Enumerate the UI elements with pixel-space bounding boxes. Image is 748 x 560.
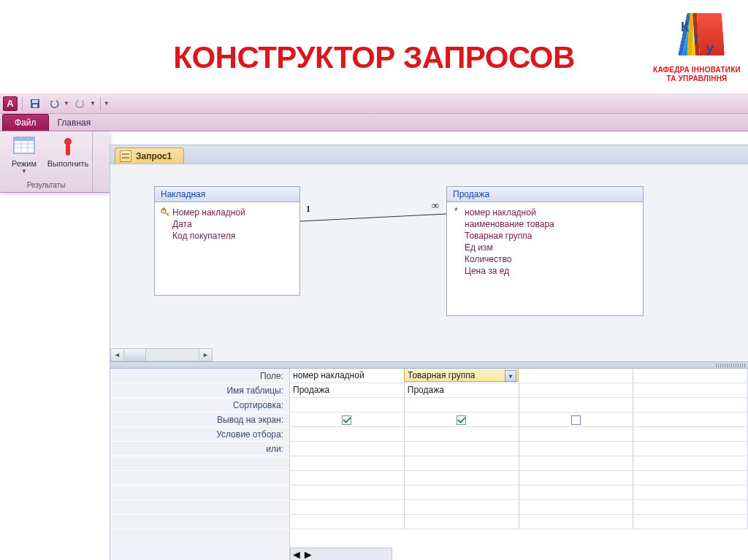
relation-one-label: 1 — [306, 204, 310, 213]
svg-rect-4 — [14, 137, 34, 141]
svg-rect-2 — [33, 104, 37, 107]
query-grid: Поле: Имя таблицы: Сортировка: Вывод на … — [110, 369, 748, 560]
tab-home[interactable]: Главная — [49, 115, 100, 131]
scroll-right-icon[interactable]: ► — [302, 548, 314, 560]
svg-rect-1 — [32, 100, 38, 103]
slide-title: КОНСТРУКТОР ЗАПРОСОВ — [0, 40, 748, 75]
field-cell[interactable] — [633, 369, 748, 383]
app-badge[interactable]: A — [3, 96, 18, 111]
grid-columns: номер накладной Товарная группа ▼ Продаж… — [290, 369, 748, 560]
redo-dropdown-icon[interactable]: ▼ — [90, 100, 96, 107]
dropdown-icon[interactable]: ▼ — [505, 370, 516, 382]
label-show: Вывод на экран: — [110, 413, 289, 427]
field-kolichestvo[interactable]: Количество — [451, 253, 638, 265]
show-cell[interactable] — [633, 413, 748, 426]
group-results: Режим ▼ Выполнить Результаты — [0, 131, 93, 192]
or-cell[interactable] — [405, 442, 519, 456]
group-label-results: Результаты — [27, 181, 66, 191]
run-icon — [56, 134, 80, 158]
label-table: Имя таблицы: — [110, 383, 289, 398]
sort-cell[interactable] — [519, 398, 634, 412]
document-area: Запрос1 Накладная * Номер накладной Дата… — [110, 145, 748, 560]
label-criteria: Условие отбора: — [110, 427, 289, 442]
view-mode-button[interactable]: Режим ▼ — [3, 133, 45, 174]
field-cell[interactable]: номер накладной — [290, 369, 405, 383]
field-nomer-nakladnoy[interactable]: номер накладной — [451, 207, 638, 218]
scroll-left-icon[interactable]: ◄ — [291, 548, 302, 560]
field-nomer-nakladnoy[interactable]: Номер накладной — [159, 207, 295, 218]
pane-splitter[interactable] — [110, 361, 748, 369]
design-pane[interactable]: Накладная * Номер накладной Дата Код пок… — [110, 164, 748, 361]
criteria-cell[interactable] — [405, 427, 519, 441]
table-cell[interactable] — [519, 383, 634, 397]
splitter-grip-icon — [716, 364, 745, 367]
undo-dropdown-icon[interactable]: ▼ — [64, 100, 69, 107]
access-window: A ▼ ▼ ▼ Файл Главная — [0, 93, 748, 560]
logo-caption: КАФЕДРА ІННОВАТИКИ ТА УПРАВЛІННЯ — [653, 66, 741, 83]
table-cell[interactable] — [633, 383, 748, 397]
field-cell[interactable] — [519, 369, 633, 383]
table-cell[interactable]: Продажа — [405, 383, 519, 397]
query-icon — [120, 150, 131, 162]
or-cell[interactable] — [290, 442, 405, 456]
svg-line-13 — [300, 214, 446, 221]
or-cell[interactable] — [633, 442, 748, 456]
show-cell[interactable] — [519, 413, 634, 426]
criteria-cell[interactable] — [519, 427, 634, 441]
redo-icon[interactable] — [72, 96, 88, 112]
scroll-right-icon[interactable]: ► — [199, 349, 212, 361]
relation-line — [300, 208, 446, 230]
field-data[interactable]: Дата — [159, 218, 295, 230]
label-field: Поле: — [110, 369, 289, 383]
run-button[interactable]: Выполнить — [47, 133, 89, 174]
or-cell[interactable] — [519, 442, 634, 456]
table-header-nakladnaya: Накладная — [155, 187, 299, 202]
primary-key-icon — [161, 208, 169, 217]
checkbox-checked[interactable] — [457, 415, 466, 425]
label-or: или: — [110, 442, 289, 456]
grid-scrollbar[interactable]: ◄ ► — [290, 548, 392, 560]
criteria-cell[interactable] — [290, 427, 405, 441]
sort-cell[interactable] — [290, 398, 405, 412]
document-tab-query1[interactable]: Запрос1 — [115, 147, 184, 164]
relation-many-label: ∞ — [432, 201, 439, 211]
document-tab-bar: Запрос1 — [110, 145, 748, 164]
show-cell[interactable] — [405, 413, 519, 426]
table-nakladnaya[interactable]: Накладная * Номер накладной Дата Код пок… — [154, 186, 300, 296]
design-pane-scrollbar[interactable]: ◄ ► — [110, 348, 213, 361]
field-cena-za-ed[interactable]: Цена за ед — [451, 265, 638, 277]
sort-cell[interactable] — [405, 398, 519, 412]
checkbox-checked[interactable] — [342, 415, 351, 425]
save-icon[interactable] — [27, 96, 43, 112]
table-prodazha[interactable]: Продажа * номер накладной наименование т… — [446, 186, 644, 316]
scroll-thumb[interactable] — [124, 349, 146, 361]
field-naimenovanie-tovara[interactable]: наименование товара — [451, 218, 638, 230]
table-cell[interactable]: Продажа — [290, 383, 405, 397]
show-cell[interactable] — [290, 413, 405, 426]
sort-cell[interactable] — [633, 398, 748, 412]
field-cell-active[interactable]: Товарная группа ▼ — [404, 369, 519, 382]
qat-customize-icon[interactable]: ▼ — [104, 100, 110, 107]
table-header-prodazha: Продажа — [447, 187, 643, 202]
tab-file[interactable]: Файл — [2, 114, 49, 131]
field-kod-pokupatelya[interactable]: Код покупателя — [159, 230, 295, 242]
datasheet-icon — [12, 134, 36, 158]
svg-point-11 — [66, 151, 70, 156]
scroll-left-icon[interactable]: ◄ — [111, 349, 124, 361]
undo-icon[interactable] — [46, 96, 62, 112]
label-sort: Сортировка: — [110, 398, 289, 413]
field-tovarnaya-gruppa[interactable]: Товарная группа — [451, 230, 638, 242]
ribbon-tabs: Файл Главная — [0, 114, 748, 131]
grid-row-labels: Поле: Имя таблицы: Сортировка: Вывод на … — [110, 369, 290, 560]
field-ed-izm[interactable]: Ед изм — [451, 242, 638, 253]
criteria-cell[interactable] — [633, 427, 748, 441]
ribbon-body: Режим ▼ Выполнить Результаты — [0, 131, 110, 193]
quick-access-toolbar: A ▼ ▼ ▼ — [0, 93, 748, 114]
svg-point-9 — [64, 138, 72, 145]
checkbox-unchecked[interactable] — [571, 415, 581, 425]
